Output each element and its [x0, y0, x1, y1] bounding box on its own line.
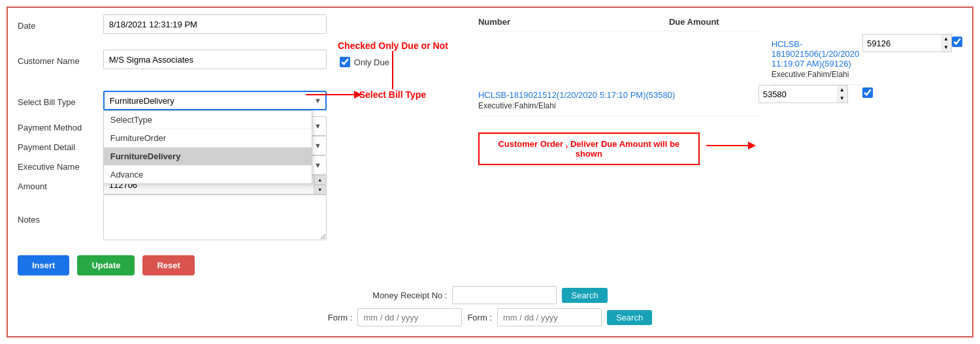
amount-spinner-2: ▲ ▼ [837, 85, 848, 103]
form-table: Date Number Due Amount [18, 14, 962, 242]
bill-checkbox-1-cell [952, 34, 962, 85]
label-amount: Amount [18, 175, 103, 195]
label-payment-method: Payment Method [18, 116, 103, 136]
label-customer: Customer Name [18, 34, 103, 85]
amount-input-1[interactable] [862, 34, 941, 52]
select-wrapper-bill-type: ▼ SelectType FurnitureOrder FurnitureDel… [103, 91, 327, 110]
only-due-cell [327, 14, 448, 34]
money-receipt-input[interactable] [452, 286, 557, 304]
update-button[interactable]: Update [77, 255, 135, 275]
date-to-input[interactable] [497, 308, 602, 326]
date-search-button[interactable]: Search [607, 310, 652, 325]
notes-textarea[interactable] [103, 195, 327, 240]
bill-type-selected-display[interactable] [103, 91, 327, 110]
bill-item-1: HCLSB-1819021506(1/20/2020 11:19:07 AM)(… [772, 34, 862, 85]
amount-main-up[interactable]: ▲ [314, 175, 327, 185]
bill-checkbox-2[interactable] [862, 87, 873, 98]
amount-wrapper-2: ▲ ▼ [759, 85, 862, 103]
date-input[interactable] [103, 14, 327, 34]
bill-item-1-cell: HCLSB-1819021506(1/20/2020 11:19:07 AM)(… [759, 34, 862, 85]
customer-cell [103, 34, 327, 85]
form-label-2: Form : [467, 313, 492, 322]
bill-item-2: HCLSB-1819021512(1/20/2020 5:17:10 PM)(5… [478, 85, 759, 116]
option-advance[interactable]: Advance [104, 166, 312, 183]
amount-down-2[interactable]: ▼ [837, 94, 847, 102]
amount-up-1[interactable]: ▲ [941, 35, 951, 43]
money-receipt-row: Money Receipt No : Search [372, 286, 607, 304]
label-payment-detail: Payment Detail [18, 136, 103, 155]
button-row: Insert Update Reset [18, 255, 962, 275]
label-executive: Executive Name [18, 155, 103, 175]
notes-cell [103, 195, 327, 242]
label-bill-type: Select Bill Type [18, 85, 103, 116]
amount-wrapper-1: ▲ ▼ [862, 34, 952, 52]
bill-amount-2-cell: ▲ ▼ [759, 85, 862, 116]
bill-item-2-cell: HCLSB-1819021512(1/20/2020 5:17:10 PM)(5… [465, 85, 759, 116]
bill-amount-1-cell: ▲ ▼ [862, 34, 952, 85]
annotation-select-bill: Select Bill Type [306, 82, 384, 110]
annotation-arrow-amount [706, 139, 759, 191]
bill-checkbox-1[interactable] [952, 37, 962, 47]
arrow-down-checked [392, 51, 393, 90]
bottom-bar: Money Receipt No : Search Form : Form : … [18, 286, 962, 326]
right-panel-header: Number Due Amount [478, 14, 759, 31]
row-date: Date Number Due Amount [18, 14, 962, 34]
customer-name-input[interactable] [103, 50, 327, 69]
label-date: Date [18, 14, 103, 34]
date-range-row: Form : Form : Search [328, 308, 652, 326]
form-label-1: Form : [328, 313, 353, 322]
main-form-border: Checked Only Due or Not Date [7, 7, 973, 337]
amount-spinner-1: ▲ ▼ [941, 34, 952, 52]
annotation-box: Customer Order , Deliver Due Amount will… [478, 133, 700, 165]
money-receipt-label: Money Receipt No : [372, 290, 447, 300]
insert-button[interactable]: Insert [18, 255, 69, 275]
bill-type-dropdown: SelectType FurnitureOrder FurnitureDeliv… [103, 110, 312, 184]
due-amount-header: Due Amount [669, 17, 719, 27]
row-bill-type: Select Bill Type ▼ SelectType FurnitureO… [18, 85, 962, 116]
annotation-customer-order-cell: Customer Order , Deliver Due Amount will… [465, 116, 759, 195]
outer-container: Checked Only Due or Not Date [0, 0, 980, 344]
select-display: ▼ [103, 91, 327, 110]
option-selecttype[interactable]: SelectType [104, 111, 312, 129]
bill-executive-1: Executive:Fahim/Elahi [772, 70, 862, 79]
bill-type-cell: ▼ SelectType FurnitureOrder FurnitureDel… [103, 85, 327, 116]
bill-checkbox-2-cell [862, 85, 952, 116]
amount-input-2[interactable] [759, 85, 837, 103]
row-notes: Notes [18, 195, 962, 242]
option-furniture-delivery[interactable]: FurnitureDelivery [104, 148, 312, 166]
reset-button[interactable]: Reset [142, 255, 194, 275]
amount-down-1[interactable]: ▼ [941, 43, 951, 52]
amount-up-2[interactable]: ▲ [837, 86, 847, 94]
amount-main-spinners: ▲ ▼ [314, 175, 327, 195]
date-cell [103, 14, 327, 34]
money-receipt-search-button[interactable]: Search [562, 288, 607, 303]
bill-link-2[interactable]: HCLSB-1819021512(1/20/2020 5:17:10 PM)(5… [478, 90, 675, 100]
number-header: Number [478, 17, 510, 27]
right-panel-header-cell: Number Due Amount [465, 14, 759, 85]
bill-link-1[interactable]: HCLSB-1819021506(1/20/2020 11:19:07 AM)(… [772, 39, 859, 69]
annotation-select-bill-text: Select Bill Type [359, 89, 426, 100]
annotation-customer-order-wrapper: Customer Order , Deliver Due Amount will… [478, 133, 759, 191]
amount-main-down[interactable]: ▼ [314, 185, 327, 195]
option-furniture-order[interactable]: FurnitureOrder [104, 129, 312, 148]
bill-executive-2: Executive:Fahim/Elahi [478, 101, 759, 110]
label-notes: Notes [18, 195, 103, 242]
date-from-input[interactable] [357, 308, 462, 326]
